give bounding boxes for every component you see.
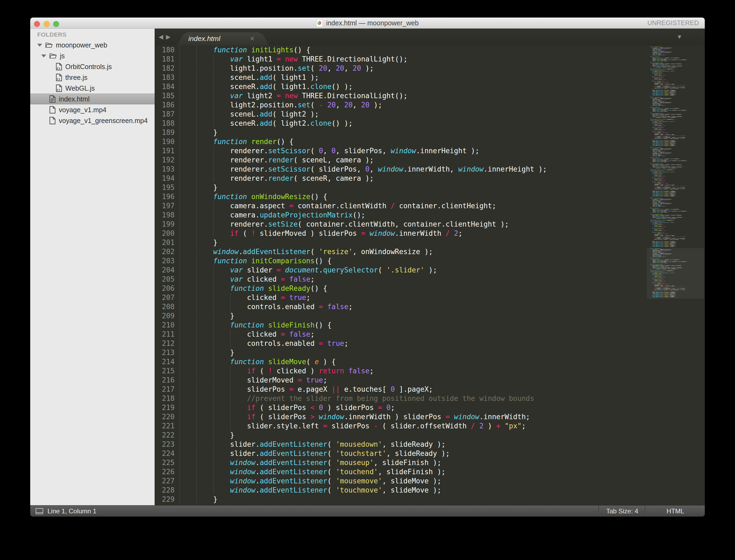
sidebar-item-js[interactable]: js	[30, 50, 155, 61]
traffic-light-zoom-button[interactable]	[53, 21, 59, 27]
tab-next-icon[interactable]: ▶	[166, 33, 171, 40]
code-line: 190 function render() {	[179, 137, 547, 146]
code-line: 208 controls.enabled = false;	[179, 302, 547, 311]
code-line: 194 renderer.render( sceneR, camera );	[179, 174, 547, 183]
code-lines: 180 function initLights() {181 var light…	[179, 45, 547, 504]
indent-guide	[230, 421, 231, 431]
code-line: 225 window.addEventListener( 'mouseup', …	[179, 458, 547, 467]
line-number: 222	[155, 431, 175, 440]
code-line: 180 function initLights() {	[179, 45, 547, 54]
tab-prev-icon[interactable]: ◀	[159, 33, 163, 40]
indent-guide	[213, 110, 214, 119]
title-bar[interactable]: index.html — moonpower_web UNREGISTERED	[30, 18, 705, 29]
sidebar-item-label: js	[60, 52, 65, 60]
indent-guide	[179, 54, 180, 64]
line-number: 194	[155, 174, 175, 183]
indent-guide	[230, 412, 231, 421]
disclosure-triangle-icon[interactable]	[37, 44, 42, 47]
indent-guide	[179, 476, 180, 486]
indent-guide	[196, 366, 197, 375]
indent-guide	[213, 412, 214, 421]
indent-guide	[179, 137, 180, 146]
code-line: 201 }	[179, 238, 547, 247]
indent-guide	[179, 394, 180, 403]
code-line: 226 window.addEventListener( 'touchend',…	[179, 467, 547, 476]
indent-guide	[213, 210, 214, 220]
indent-guide	[213, 265, 214, 275]
sidebar-item-voyage-v1-mp4[interactable]: voyage_v1.mp4	[30, 104, 155, 115]
indent-guide	[179, 486, 180, 495]
indent-guide	[213, 385, 214, 394]
folder-open-icon	[49, 53, 57, 59]
code-line: 185 var light2 = new THREE.DirectionalLi…	[179, 91, 547, 100]
code-area[interactable]: 180 function initLights() {181 var light…	[155, 45, 705, 505]
minimap-code-clone: 180 function initLights() {181 var light…	[647, 46, 687, 97]
line-number: 180	[155, 45, 175, 54]
indent-guide	[196, 476, 197, 486]
status-tab-size[interactable]: Tab Size: 4	[598, 506, 645, 517]
indent-guide	[196, 155, 197, 165]
indent-guide	[196, 137, 197, 146]
line-number: 213	[155, 348, 175, 357]
sidebar-item-moonpower-web[interactable]: moonpower_web	[30, 40, 155, 50]
code-line: 222 }	[179, 431, 547, 440]
line-number: 182	[155, 64, 175, 73]
indent-guide	[213, 440, 214, 449]
traffic-light-minimize-button[interactable]	[44, 21, 50, 27]
minimap[interactable]: 180 function initLights() {181 var light…	[647, 46, 704, 300]
indent-guide	[196, 302, 197, 311]
traffic-light-close-button[interactable]	[34, 21, 40, 27]
indent-guide	[213, 375, 214, 385]
indent-guide	[179, 256, 180, 265]
indent-guide	[230, 293, 231, 302]
line-number: 198	[155, 210, 175, 220]
status-position-group[interactable]: Line 1, Column 1	[36, 506, 96, 517]
line-number: 218	[155, 394, 175, 403]
code-line: 217 sliderPos = e.pageX || e.touches[ 0 …	[179, 385, 547, 394]
sublime-window: index.html — moonpower_web UNREGISTERED …	[30, 18, 705, 517]
sidebar-item-label: OrbitControls.js	[65, 63, 112, 71]
line-number: 184	[155, 82, 175, 91]
sidebar-item-three-js[interactable]: three.js	[30, 72, 155, 83]
indent-guide	[196, 421, 197, 431]
indent-guide	[196, 458, 197, 467]
tab-scroll-arrows: ◀ ▶	[159, 29, 171, 45]
line-number: 217	[155, 385, 175, 394]
sidebar-item-label: moonpower_web	[56, 41, 107, 49]
sidebar-item-voyage-v1-greenscreen-mp4[interactable]: voyage_v1_greenscreen.mp4	[30, 115, 155, 126]
indent-guide	[196, 394, 197, 403]
sidebar-item-webgl-js[interactable]: WebGL.js	[30, 83, 155, 94]
indent-guide	[179, 247, 180, 256]
unregistered-label: UNREGISTERED	[647, 18, 699, 28]
code-line: 199 renderer.setSize( container.clientWi…	[179, 220, 547, 229]
sidebar-item-index-html[interactable]: index.html	[30, 94, 155, 104]
indent-guide	[196, 339, 197, 348]
line-number: 183	[155, 73, 175, 82]
line-number: 197	[155, 201, 175, 210]
disclosure-triangle-icon[interactable]	[41, 54, 46, 57]
tab-overflow-icon[interactable]: ▼	[676, 29, 682, 45]
tab-index-html[interactable]: index.html ×	[177, 32, 269, 45]
indent-guide	[179, 128, 180, 137]
indent-guide	[196, 210, 197, 220]
tab-close-icon[interactable]: ×	[250, 32, 254, 45]
line-number: 190	[155, 137, 175, 146]
code-line: 229 }	[179, 495, 547, 504]
line-number: 200	[155, 229, 175, 238]
line-number: 186	[155, 100, 175, 110]
line-number: 220	[155, 412, 175, 421]
indent-guide	[179, 165, 180, 174]
indent-guide	[213, 302, 214, 311]
window-title-group: index.html — moonpower_web	[316, 18, 418, 28]
indent-guide	[196, 375, 197, 385]
indent-guide	[230, 375, 231, 385]
status-syntax[interactable]: HTML	[645, 506, 705, 517]
line-number: 227	[155, 476, 175, 486]
indent-guide	[213, 64, 214, 73]
sidebar-item-orbitcontrols-js[interactable]: OrbitControls.js	[30, 61, 155, 72]
indent-guide	[213, 146, 214, 155]
indent-guide	[179, 174, 180, 183]
indent-guide	[230, 385, 231, 394]
indent-guide	[196, 495, 197, 504]
screen: index.html — moonpower_web UNREGISTERED …	[0, 0, 735, 560]
